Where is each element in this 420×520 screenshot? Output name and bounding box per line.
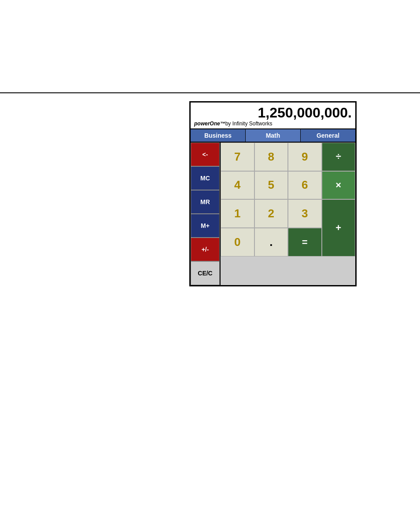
button-0[interactable]: 0 (221, 228, 254, 256)
display-area: 1,250,000,000. powerOne™by Infinity Soft… (191, 103, 355, 129)
plusminus-button[interactable]: +/- (191, 238, 220, 261)
button-1[interactable]: 1 (221, 199, 254, 228)
button-equals[interactable]: = (288, 228, 322, 256)
tab-general[interactable]: General (301, 129, 355, 142)
tab-bar: Business Math General (191, 129, 355, 143)
mplus-button[interactable]: M+ (191, 214, 220, 238)
left-column: <- MC MR M+ +/- CE/C (191, 143, 221, 285)
tab-business[interactable]: Business (191, 129, 246, 142)
button-divide[interactable]: ÷ (322, 143, 356, 171)
number-grid: 7 8 9 ÷ 4 5 6 × 1 2 3 – 0 . = + (221, 143, 355, 285)
button-3[interactable]: 3 (288, 199, 322, 228)
calculator: 1,250,000,000. powerOne™by Infinity Soft… (189, 101, 357, 286)
button-8[interactable]: 8 (254, 143, 288, 171)
button-add[interactable]: + (322, 199, 356, 256)
button-9[interactable]: 9 (288, 143, 322, 171)
display-value: 1,250,000,000. (194, 105, 352, 121)
top-divider (0, 92, 420, 93)
button-2[interactable]: 2 (254, 199, 288, 228)
display-brand: powerOne™by Infinity Softworks (194, 121, 352, 128)
button-4[interactable]: 4 (221, 171, 254, 200)
button-6[interactable]: 6 (288, 171, 322, 200)
buttons-area: <- MC MR M+ +/- CE/C 7 8 9 ÷ 4 5 6 × 1 2… (191, 143, 355, 285)
button-multiply[interactable]: × (322, 171, 356, 200)
mr-button[interactable]: MR (191, 190, 220, 214)
backspace-button[interactable]: <- (191, 143, 220, 166)
brand-suffix: by Infinity Softworks (225, 121, 273, 127)
button-5[interactable]: 5 (254, 171, 288, 200)
mc-button[interactable]: MC (191, 166, 220, 190)
button-dot[interactable]: . (254, 228, 288, 256)
tab-math[interactable]: Math (246, 129, 301, 142)
button-7[interactable]: 7 (221, 143, 254, 171)
cec-button[interactable]: CE/C (191, 261, 220, 285)
brand-name: powerOne™ (194, 121, 225, 127)
